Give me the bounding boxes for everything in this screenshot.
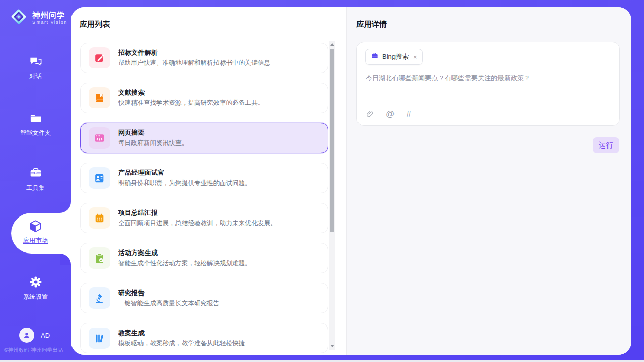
sidebar-item-label: 工具集	[26, 184, 45, 192]
app-card[interactable]: 活动方案生成智能生成个性化活动方案，轻松解决规划难题。	[80, 243, 328, 273]
query-text[interactable]: 今日湖北有哪些新闻要点？有哪些需要关注的最新政策？	[366, 74, 611, 83]
app-desc: 智能生成个性化活动方案，轻松解决规划难题。	[118, 259, 252, 268]
app-name: 项目总结汇报	[118, 208, 277, 217]
app-name: 网页摘要	[118, 128, 188, 137]
sidebar-item-label: 应用市场	[23, 236, 48, 245]
content-area: 应用列表 招标文件解析帮助用户快速、准确地理解和解析招标书中的关键信息文献搜索快…	[71, 7, 631, 355]
app-card[interactable]: 教案生成模板驱动，教案秒成，教学准备从此轻松快捷	[80, 323, 328, 353]
book-icon	[89, 87, 110, 108]
diamond-logo-icon	[9, 7, 28, 28]
tool-tag-bing-search[interactable]: Bing搜索 ×	[365, 49, 423, 65]
app-desc: 全面回顾项目进展，总结经验教训，助力未来优化发展。	[118, 219, 277, 228]
brand-name: 神州问学	[32, 11, 67, 20]
sidebar-item-label: 系统设置	[23, 293, 48, 301]
scroll-down-icon[interactable]	[330, 345, 334, 347]
gear-icon	[28, 275, 43, 289]
brand-subtitle: Smart Vision	[32, 20, 67, 25]
app-desc: 一键智能生成高质量长文本研究报告	[118, 299, 220, 308]
app-desc: 每日政府新闻资讯快查。	[118, 139, 188, 148]
hash-icon[interactable]: #	[406, 110, 411, 118]
app-detail-panel: 应用详情 Bing搜索 × 今日湖北有哪些新闻要点？有哪些需要关注的最新政策？ …	[346, 7, 631, 355]
app-desc: 快速精准查找学术资源，提高研究效率的必备工具。	[118, 99, 264, 107]
sidebar-item-app-market[interactable]: 应用市场	[0, 219, 71, 245]
folder-icon	[28, 112, 43, 126]
app-list-panel: 应用列表 招标文件解析帮助用户快速、准确地理解和解析招标书中的关键信息文献搜索快…	[71, 7, 346, 355]
brand-logo: 神州问学 Smart Vision	[9, 7, 67, 28]
books-icon	[89, 328, 110, 349]
copyright-footer: ©神州数码·神州问学出品	[4, 347, 63, 354]
cube-icon	[28, 219, 43, 233]
briefcase-icon	[371, 52, 379, 62]
app-name: 产品经理面试官	[118, 168, 252, 177]
app-list: 招标文件解析帮助用户快速、准确地理解和解析招标书中的关键信息文献搜索快速精准查找…	[80, 43, 328, 355]
user-profile[interactable]: AD	[19, 328, 50, 343]
clipboard-check-icon	[89, 247, 110, 269]
app-name: 招标文件解析	[118, 48, 270, 57]
app-name: 活动方案生成	[118, 248, 252, 257]
bubble-curve-top	[60, 202, 71, 213]
app-name: 文献搜索	[118, 88, 264, 97]
app-desc: 模板驱动，教案秒成，教学准备从此轻松快捷	[118, 339, 245, 348]
app-name: 教案生成	[118, 329, 245, 337]
bottom-strip	[0, 360, 644, 362]
sidebar-item-toolset[interactable]: 工具集	[0, 166, 71, 192]
tool-tag-label: Bing搜索	[382, 52, 409, 61]
document-edit-icon	[89, 47, 110, 68]
bubble-curve-bottom	[60, 254, 71, 265]
close-icon[interactable]: ×	[413, 54, 417, 60]
app-card[interactable]: 研究报告一键智能生成高质量长文本研究报告	[80, 283, 328, 313]
prompt-card: Bing搜索 × 今日湖北有哪些新闻要点？有哪些需要关注的最新政策？ @#	[356, 42, 620, 126]
scrollbar-thumb[interactable]	[330, 49, 334, 232]
calendar-icon	[89, 207, 110, 229]
run-button[interactable]: 运行	[593, 137, 619, 153]
sidebar: 神州问学 Smart Vision 对话智能文件夹工具集应用市场系统设置 AD …	[0, 0, 71, 360]
sidebar-item-smart-folder[interactable]: 智能文件夹	[0, 112, 71, 137]
app-card[interactable]: 文献搜索快速精准查找学术资源，提高研究效率的必备工具。	[80, 83, 328, 113]
sidebar-item-label: 智能文件夹	[20, 129, 51, 137]
app-card[interactable]: 产品经理面试官明确身份和职责，为您提供专业性的面试问题。	[80, 163, 328, 193]
app-detail-title: 应用详情	[356, 20, 387, 29]
sidebar-item-chat[interactable]: 对话	[0, 55, 71, 81]
app-card[interactable]: 项目总结汇报全面回顾项目进展，总结经验教训，助力未来优化发展。	[80, 203, 328, 233]
sidebar-item-label: 对话	[29, 72, 42, 81]
microscope-icon	[89, 287, 110, 309]
chat-icon	[28, 55, 43, 69]
app-card[interactable]: 招标文件解析帮助用户快速、准确地理解和解析招标书中的关键信息	[80, 43, 328, 73]
app-card[interactable]: 网页摘要每日政府新闻资讯快查。	[80, 123, 328, 153]
toolbox-icon	[28, 166, 43, 180]
app-desc: 帮助用户快速、准确地理解和解析招标书中的关键信息	[118, 59, 270, 67]
scrollbar[interactable]	[329, 41, 335, 350]
at-sign-icon[interactable]: @	[386, 110, 395, 118]
sidebar-item-system-settings[interactable]: 系统设置	[0, 275, 71, 301]
user-name: AD	[41, 332, 50, 339]
app-list-title: 应用列表	[80, 20, 110, 29]
app-name: 研究报告	[118, 288, 220, 297]
webpage-code-icon	[89, 127, 110, 149]
paperclip-icon[interactable]	[366, 110, 374, 118]
scroll-up-icon[interactable]	[330, 43, 334, 46]
interviewer-icon	[89, 167, 110, 189]
app-desc: 明确身份和职责，为您提供专业性的面试问题。	[118, 179, 252, 188]
user-avatar-icon	[19, 328, 34, 343]
